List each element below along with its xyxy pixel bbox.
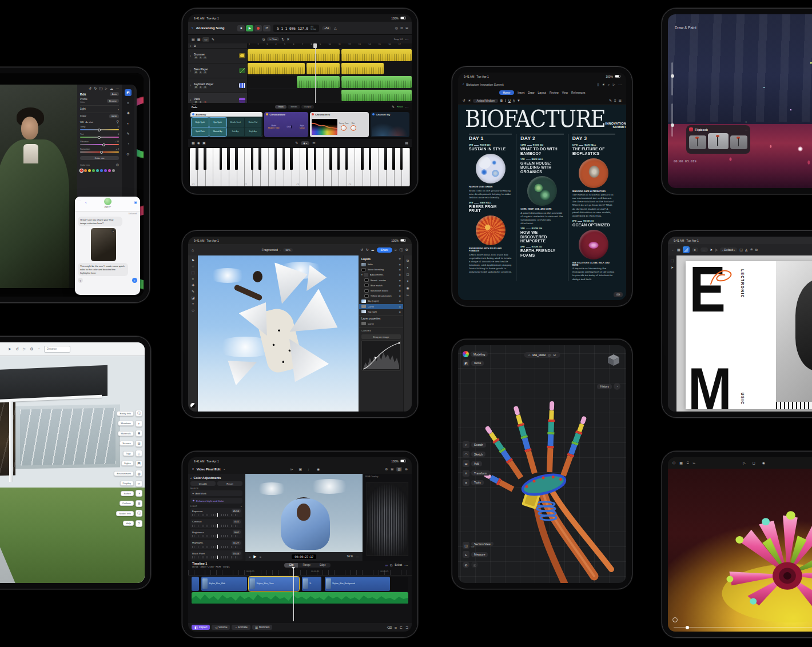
font-color-button[interactable]: A̲ <box>513 99 515 102</box>
appearance-icon[interactable]: ◎ <box>471 561 478 568</box>
automation-mode[interactable]: Read <box>397 105 403 108</box>
pasteboard[interactable]: E LECTRONIC M USIC <box>676 255 812 412</box>
timeline-playhead[interactable] <box>293 569 294 621</box>
lightbulb-icon[interactable]: ☀ <box>468 99 471 102</box>
share-icon[interactable]: ⌲ <box>612 83 615 86</box>
play-icon[interactable]: ▷ <box>743 461 746 465</box>
color-mix-dots[interactable] <box>80 169 119 172</box>
layer-row[interactable]: Yellow desaturation◉ <box>359 293 403 298</box>
inspect-button[interactable]: ◧Inspect <box>192 625 210 630</box>
settings-icon[interactable]: ⊖ <box>405 26 408 30</box>
plugin-channeleq[interactable]: Channel EQ <box>371 112 409 137</box>
collapse-icon[interactable]: ⊖ <box>553 353 556 357</box>
back-icon[interactable]: ‹ <box>192 467 194 472</box>
disable-clip-icon[interactable]: ⊘ <box>385 468 388 471</box>
tab-references[interactable]: References <box>571 91 586 94</box>
sustain-icon[interactable]: ◉ <box>197 141 200 145</box>
plus-icon[interactable]: + <box>78 278 83 283</box>
section-view-icon[interactable]: ◫ <box>463 542 469 549</box>
animate-button[interactable]: ◔Animate <box>232 625 250 630</box>
cloud-icon[interactable]: ☁ <box>110 87 113 90</box>
grid-icon[interactable]: ▦ <box>677 248 680 251</box>
pencil-icon[interactable]: ✎ <box>295 141 298 145</box>
temp-slider[interactable]: Temp0 <box>80 126 119 131</box>
select-menu[interactable]: Select <box>395 564 402 566</box>
mic-icon[interactable]: ♩ <box>308 468 311 471</box>
history-clock-icon[interactable]: ◔ <box>614 383 620 390</box>
tab-output[interactable]: Output <box>301 105 315 109</box>
notifications-icon[interactable]: ◔ <box>38 347 40 351</box>
frame-thumbnail-current[interactable] <box>708 133 729 149</box>
track-header-drummer[interactable]: 1 Drummer MSR <box>188 49 247 63</box>
clip-selected[interactable]: Skyline_Blue_Close <box>249 577 298 591</box>
facetime-icon[interactable]: ▣ <box>134 201 137 204</box>
trim-right-icon[interactable]: ⊐ <box>405 626 408 629</box>
tab-insert[interactable]: Insert <box>518 91 524 94</box>
tools-icon[interactable]: ✕ <box>463 479 469 486</box>
layer-row[interactable]: Blue match◉ <box>359 283 403 288</box>
mixer-icon[interactable]: ⊜ <box>400 26 403 30</box>
curves-section-title[interactable]: CURVES <box>359 328 403 333</box>
plugin-chromaglow[interactable]: ChromaGlow ModelModern Tube Drive StyleC… <box>264 112 308 137</box>
brightness-slider[interactable]: Brightness9.07 <box>190 529 242 538</box>
tint-slider[interactable]: Tint0 <box>80 133 119 138</box>
camera-reset-button[interactable] <box>672 617 678 622</box>
brush-opacity-slider[interactable] <box>671 103 673 137</box>
trim-left-icon[interactable]: ⊏ <box>400 626 403 629</box>
contrast-slider[interactable]: Contrast4.41 <box>190 519 242 528</box>
overlay-icon[interactable]: ⊞ <box>391 468 393 471</box>
collapse-icon[interactable]: ⌄ <box>240 505 242 508</box>
brush-icon[interactable]: ✎ <box>125 130 132 137</box>
display-button[interactable]: Display∞ <box>114 480 142 487</box>
export-icon[interactable]: ⌲ <box>693 461 696 465</box>
curve-property-row[interactable]: Curve <box>359 321 403 326</box>
document-title[interactable]: Fragmented <box>262 248 278 251</box>
more-icon[interactable]: ⋯ <box>116 87 119 90</box>
audio-track[interactable] <box>192 592 408 604</box>
bold-button[interactable]: B <box>500 99 503 102</box>
layers-icon[interactable]: ⧉ <box>407 259 409 262</box>
warp-icon[interactable]: ◭ <box>745 248 748 251</box>
undo-icon[interactable]: ↺ <box>89 87 91 90</box>
more-icon[interactable]: ⋯ <box>405 105 408 109</box>
measure-icon[interactable]: ⊾ <box>463 551 469 558</box>
versions-icon[interactable]: ⟳ <box>125 151 132 158</box>
distance-input[interactable]: Distance <box>44 346 70 353</box>
entity-info-button[interactable]: Entity Infoⓘ <box>114 410 142 417</box>
layer-row-selected[interactable]: Curve◉ <box>359 304 403 309</box>
copy-icon[interactable]: ⧉ <box>262 38 265 41</box>
blade-icon[interactable]: ⧈ <box>395 626 397 629</box>
move-tool-icon[interactable]: ➤ <box>710 248 713 251</box>
mod-icon[interactable]: ▣ <box>202 141 206 145</box>
editor-icon[interactable]: ✎ <box>609 99 612 102</box>
search-icon[interactable]: ⌕ <box>463 441 469 448</box>
add-track-icon[interactable]: + <box>190 45 192 47</box>
masking-icon[interactable]: ◐ <box>125 120 132 127</box>
eyedropper-icon[interactable]: ⚲ <box>117 120 119 123</box>
send-icon[interactable]: ↑ <box>132 278 137 283</box>
export-icon[interactable]: ⌲ <box>395 248 397 251</box>
multicam-button[interactable]: ⊞Multicam <box>252 625 272 630</box>
pencil-icon[interactable]: ✎ <box>212 38 214 41</box>
pen-tool-icon[interactable]: ➤ <box>671 266 674 269</box>
tab-track[interactable]: Track <box>275 105 286 109</box>
clip-partial[interactable] <box>192 577 199 591</box>
zoom-level[interactable]: 34% <box>283 248 293 252</box>
artboard[interactable]: E LECTRONIC M USIC <box>686 261 812 409</box>
export-icon[interactable]: ⌲ <box>407 293 409 297</box>
record-button[interactable] <box>254 25 262 31</box>
cycle-button[interactable]: ⟳ <box>263 25 270 31</box>
select-tool-icon[interactable]: ⬚ <box>192 271 195 274</box>
render-viewport[interactable] <box>668 469 812 632</box>
mobile-view-icon[interactable]: ▯ <box>597 83 599 86</box>
object-icon[interactable]: ⌸ <box>687 461 689 465</box>
layer-row[interactable]: Saturation boost◉ <box>359 288 403 293</box>
undo-icon[interactable]: ↺ <box>15 347 19 351</box>
window-controls-icon[interactable]: ⋯ <box>77 199 81 202</box>
playback-speed[interactable]: 74 % <box>347 555 353 558</box>
brush-size-slider[interactable] <box>671 62 673 95</box>
font-picker[interactable]: Antipol Medium <box>473 99 498 103</box>
layer-row[interactable]: Noise blending◉ <box>359 267 403 272</box>
prev-frame-icon[interactable]: « <box>249 555 250 558</box>
arrange-lanes[interactable]: 1 2 3 4 5 6 7 8 9 10 11 12 13 14 15 16 1… <box>248 43 412 103</box>
